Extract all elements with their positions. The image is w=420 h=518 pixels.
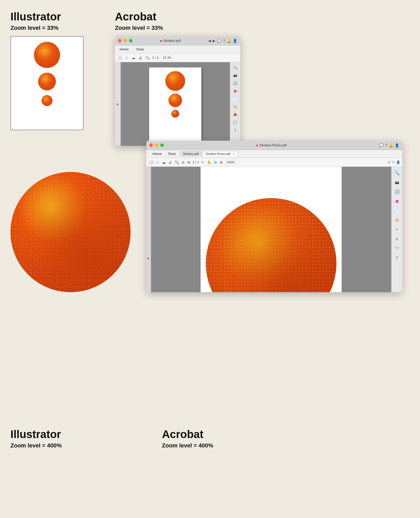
tb-cursor-icon[interactable]: ↖	[201, 160, 205, 165]
tb-icon-4[interactable]: 🖨	[138, 55, 143, 60]
window-nav-right: ◀ ▶ 💬 ? 🔔 👤	[208, 39, 237, 43]
tb-icon-1[interactable]: ⬜	[117, 55, 122, 60]
pdf-icon: ■	[160, 39, 162, 42]
tab-strokes-press[interactable]: Strokes-Press.pdf ✕	[203, 151, 237, 157]
sidebar-icon-table-b[interactable]: ▤	[393, 216, 401, 224]
zoom-display-bottom[interactable]: 400%	[225, 160, 237, 165]
sidebar-icon-shield-b[interactable]: 🛡	[393, 244, 401, 252]
illustrator-canvas-top	[10, 36, 84, 130]
menu-home-bottom[interactable]: Home	[149, 151, 165, 157]
nav-back[interactable]: ◀	[208, 39, 211, 43]
tb-plus-zoom[interactable]: ⊕	[219, 160, 223, 165]
menu-home[interactable]: Home	[118, 47, 130, 52]
big-circle-container	[10, 172, 131, 292]
nav-help[interactable]: ?	[223, 39, 225, 43]
sidebar-icon-doc-b[interactable]: 📄	[393, 206, 401, 214]
nav-back-bottom[interactable]: 💬	[379, 143, 383, 147]
tb-icon-b2[interactable]: ☆	[155, 160, 160, 165]
tb-icon-b6[interactable]: ⊖	[181, 160, 185, 165]
sidebar-icon-grid[interactable]: ▦	[232, 87, 239, 95]
tb-icon-b1[interactable]: ⬜	[148, 160, 154, 165]
tb-user-icon[interactable]: 👤	[396, 160, 400, 164]
menubar-bottom: Home Tools Strokes.pdf Strokes-Press.pdf…	[146, 150, 402, 158]
menu-tools[interactable]: Tools	[135, 47, 145, 52]
titlebar-bottom: ■ Strokes-Press.pdf 💬 ? 🔔 👤	[146, 141, 402, 150]
tb-share-icon[interactable]: ✉	[392, 160, 395, 164]
acrobat-window-top: ■ Strokes.pdf ◀ ▶ 💬 ? 🔔 👤 Home T	[115, 36, 240, 146]
traffic-light-maximize-bottom[interactable]	[160, 143, 164, 147]
sidebar-icon-zoom[interactable]: 🔍	[232, 64, 239, 71]
illustrator-top-zoom: Zoom level = 33%	[10, 25, 99, 31]
window-nav-right-bottom: 💬 ? 🔔 👤	[379, 143, 399, 147]
sidebar-icon-export[interactable]: 📤	[232, 111, 239, 118]
big-circle-acrobat	[206, 198, 336, 292]
nav-notify-bottom[interactable]: 🔔	[389, 143, 393, 147]
zoom-display[interactable]: 33.3%	[161, 55, 173, 60]
doc-area-bottom	[151, 167, 391, 292]
tab-close-btn[interactable]: ✕	[232, 153, 235, 156]
tb-icon-5[interactable]: 🔍	[145, 55, 150, 60]
sidebar-icon-pencil-b[interactable]: ✏	[393, 225, 401, 233]
sidebar-icon-settings-b[interactable]: ⚙	[393, 254, 401, 261]
doc-area	[121, 62, 230, 146]
sidebar-icon-grid-b[interactable]: ▦	[393, 197, 401, 205]
sidebar-icon-zoom-b[interactable]: 🔍	[393, 169, 401, 177]
sidebar-icon-photo[interactable]: 📷	[232, 72, 239, 79]
traffic-light-close-bottom[interactable]	[149, 143, 153, 147]
bottom-labels: Illustrator Zoom level = 400% Acrobat Zo…	[0, 428, 420, 454]
nav-avatar-bottom[interactable]: 👤	[395, 143, 399, 147]
doc-circle-medium	[168, 94, 182, 107]
illustrator-bottom-title: Illustrator	[10, 428, 157, 441]
traffic-light-maximize[interactable]	[129, 39, 132, 42]
bottom-section: ■ Strokes-Press.pdf 💬 ? 🔔 👤 Home Tools S…	[0, 172, 420, 292]
sidebar-icon-comment[interactable]: 💬	[232, 119, 239, 126]
window-content: ▶	[115, 62, 240, 146]
doc-circle-small	[171, 110, 179, 118]
toolbar-bottom: ⬜ ☆ ☁ 🖨 🔍 ⊖ ⊕ 1 / 1 ↖ ✋ ⊖ ⊕ 400% ⚙ ✉	[146, 158, 402, 167]
illustrator-circle-small	[42, 95, 52, 106]
nav-notify[interactable]: 🔔	[227, 39, 231, 43]
sidebar-icon-doc[interactable]: 📄	[232, 95, 239, 102]
big-circle-illustrator	[10, 172, 131, 292]
sidebar-icon-translate[interactable]: 🔄	[232, 79, 239, 87]
acrobat-top-zoom: Zoom level = 33%	[115, 25, 272, 31]
acrobat-bottom-container: ■ Strokes-Press.pdf 💬 ? 🔔 👤 Home Tools S…	[146, 172, 420, 292]
traffic-light-close[interactable]	[118, 39, 121, 42]
page-nav-bottom: 1 / 1	[192, 160, 199, 164]
tb-icon-b3[interactable]: ☁	[161, 160, 166, 165]
bottom-right-sidebar: 🔍 📷 🔄 ▦ 📄 ▤ ✏ 🖨 🛡 ⚙ ◀	[391, 167, 402, 292]
left-arrow-bottom[interactable]: ▶	[146, 167, 151, 292]
doc-page	[149, 67, 201, 141]
nav-forward[interactable]: ▶	[213, 39, 215, 43]
illustrator-bottom-zoom: Zoom level = 400%	[10, 442, 157, 449]
doc-circle-large	[165, 71, 185, 91]
illustrator-top-title: Illustrator	[10, 10, 99, 23]
tb-icon-right[interactable]: ⚙	[388, 160, 390, 164]
sidebar-icon-print-b[interactable]: 🖨	[393, 235, 401, 243]
tab-strokes[interactable]: Strokes.pdf	[180, 151, 202, 157]
titlebar: ■ Strokes.pdf ◀ ▶ 💬 ? 🔔 👤	[115, 36, 240, 45]
traffic-light-minimize-bottom[interactable]	[155, 143, 158, 147]
traffic-light-minimize[interactable]	[124, 39, 127, 42]
doc-page-inner	[201, 167, 342, 292]
tb-minus-zoom[interactable]: ⊖	[213, 160, 218, 165]
acrobat-top-title: Acrobat	[115, 10, 272, 23]
tb-icon-b5[interactable]: 🔍	[174, 160, 179, 165]
nav-avatar[interactable]: 👤	[233, 39, 237, 43]
nav-help-bottom[interactable]: ?	[385, 143, 387, 147]
sidebar-icon-translate-b[interactable]: 🔄	[393, 188, 401, 195]
menu-tools-bottom[interactable]: Tools	[165, 151, 179, 157]
tb-icon-b4[interactable]: 🖨	[168, 160, 172, 165]
sidebar-icon-photo-b[interactable]: 📷	[393, 178, 401, 186]
acrobat-top: Acrobat Zoom level = 33% ■ Strokes.pdf ◀…	[115, 10, 272, 146]
nav-msg[interactable]: 💬	[217, 39, 221, 43]
window-title-bottom: ■ Strokes-Press.pdf	[166, 143, 377, 147]
sidebar-icon-table[interactable]: ▤	[232, 103, 239, 110]
arrow-right[interactable]: ▶	[117, 103, 119, 106]
tb-hand-icon[interactable]: ✋	[206, 160, 212, 165]
tb-icon-2[interactable]: ☆	[125, 55, 129, 60]
sidebar-icon-scroll-down[interactable]: ⬇	[232, 126, 239, 134]
illustrator-label-block: Illustrator Zoom level = 400%	[10, 428, 157, 454]
tb-icon-b7[interactable]: ⊕	[187, 160, 191, 165]
tb-icon-3[interactable]: ☁	[131, 55, 136, 60]
